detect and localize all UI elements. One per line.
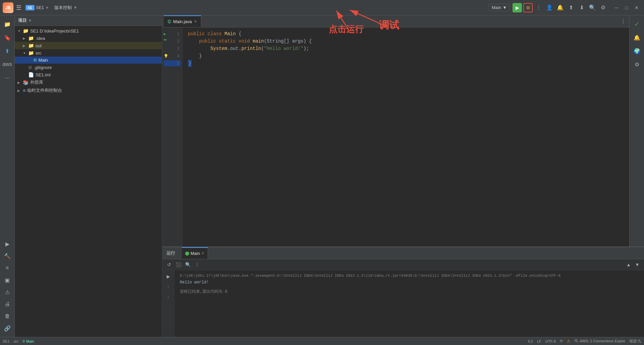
sidebar-terminal-icon[interactable]: ≡ xyxy=(1,262,13,274)
aws-status[interactable]: 🔌 AWS: 2 Connections Expire xyxy=(574,339,625,343)
bl-up-icon[interactable]: ↑ xyxy=(164,282,173,291)
code-content[interactable]: public class Main { public static void m… xyxy=(182,27,629,247)
tree-item-libraries[interactable]: ▶ 📚 外部库 xyxy=(15,78,162,86)
tab-close-button[interactable]: ✕ xyxy=(194,19,197,24)
paren-close: ) xyxy=(304,38,306,45)
rs-earth-icon[interactable]: 🌍 xyxy=(631,45,643,57)
indent-info[interactable]: 缩进:九 xyxy=(629,339,641,344)
bottom-scroll-area: ▶ ↑ ↓ D:\jdk\jdk1.17\jdk\bin\java.exe "-… xyxy=(162,270,644,337)
sidebar-git-bottom-icon[interactable]: 🖨 xyxy=(1,298,13,310)
sidebar-bookmarks-icon[interactable]: 🔖 xyxy=(1,31,13,44)
tree-item-label: Main xyxy=(39,58,48,63)
param-name: args xyxy=(292,38,304,45)
bl-down-icon[interactable]: ↓ xyxy=(164,292,173,301)
run-gutter-btn-2[interactable]: ▶▶ xyxy=(164,38,167,41)
sidebar-build-icon[interactable]: 🔨 xyxy=(1,250,13,262)
rs-check-icon[interactable]: ✓ xyxy=(631,18,643,30)
hamburger-menu[interactable]: ☰ xyxy=(16,4,21,11)
tree-item-main[interactable]: © Main xyxy=(15,57,162,64)
sidebar-problems-icon[interactable]: ⚠ xyxy=(1,286,13,298)
tree-item-out[interactable]: ▶ 📁 out xyxy=(15,42,162,49)
iml-icon: 📄 xyxy=(28,72,34,77)
code-gutter: ▶ 1 ▶▶ 2 3 💡 4 xyxy=(162,27,182,247)
sidebar-output-icon[interactable]: ▣ xyxy=(1,274,13,286)
tree-arrow: ▶ xyxy=(23,37,28,40)
tree-item-iml[interactable]: 📄 SE1.iml xyxy=(15,71,162,78)
breadcrumb-se1[interactable]: SE1 xyxy=(3,339,10,343)
encoding[interactable]: UTF-8 xyxy=(545,339,556,343)
sidebar-trash-icon[interactable]: 🗑 xyxy=(1,310,13,322)
close-button[interactable]: ✕ xyxy=(632,3,641,12)
sidebar-git-icon[interactable]: ⬆ xyxy=(1,45,13,57)
code-editor[interactable]: ▶ 1 ▶▶ 2 3 💡 4 xyxy=(162,27,629,247)
tree-item-gitignore[interactable]: ⊘ .gitignore xyxy=(15,64,162,71)
bulb-icon[interactable]: 💡 xyxy=(164,54,168,58)
more-options-button[interactable]: ⋮ xyxy=(534,3,543,12)
update-button[interactable]: 🔔 xyxy=(555,3,565,12)
tree-item-root[interactable]: ▼ 📁 SE1 D:\IdeaProjects\SE1 xyxy=(15,27,162,34)
code-line-2: public static void main ( String [] args… xyxy=(188,38,624,45)
search-button[interactable]: 🔍 xyxy=(588,3,597,12)
class-name: Main xyxy=(224,30,236,38)
sidebar-bookmark-bottom-icon[interactable]: 🔗 xyxy=(1,322,13,334)
line-ending[interactable]: LF xyxy=(537,339,541,343)
editor-more-button[interactable]: ⋮ xyxy=(619,17,628,26)
debug-button[interactable]: ⚙ xyxy=(523,3,533,12)
left-sidebar: 📁 🔖 ⬆ aws ⋯ ▶ 🔨 ≡ ▣ ⚠ 🖨 🗑 🔗 xyxy=(0,15,15,337)
rs-notification-icon[interactable]: 🔔 xyxy=(631,31,643,44)
code-line-4: } xyxy=(188,52,624,60)
run-gutter-btn-1[interactable]: ▶ xyxy=(164,32,166,36)
filter-icon[interactable]: 🔍 xyxy=(184,261,192,269)
bl-run-icon[interactable]: ▶ xyxy=(164,272,173,281)
profile-button[interactable]: 👤 xyxy=(545,3,554,12)
maximize-button[interactable]: □ xyxy=(622,3,631,12)
git-push-button[interactable]: ⬆ xyxy=(566,3,576,12)
tree-item-scratch[interactable]: ▶ ≡ 临时文件和控制台 xyxy=(15,86,162,94)
warning-icon[interactable]: ⚠ xyxy=(567,339,570,343)
bottom-tab-close[interactable]: ✕ xyxy=(201,251,204,256)
scroll-up-icon[interactable]: ▲ xyxy=(625,261,633,269)
gitignore-icon: ⊘ xyxy=(28,65,32,70)
dot-1: . xyxy=(227,45,230,52)
editor-tab-main[interactable]: © Main.java ✕ xyxy=(164,15,201,27)
tree-arrow: ▶ xyxy=(17,81,23,84)
restart-icon[interactable]: ↺ xyxy=(165,261,173,269)
sidebar-run-icon[interactable]: ▶ xyxy=(1,238,13,250)
stop-icon[interactable]: ⬛ xyxy=(174,261,182,269)
string-literal: "Hello world!" xyxy=(264,45,304,52)
run-config-selector[interactable]: Main ▼ xyxy=(489,4,510,11)
bottom-tab-main[interactable]: Main ✕ xyxy=(182,247,208,259)
tree-item-src[interactable]: ▼ 📁 src xyxy=(15,49,162,57)
rs-settings-icon[interactable]: ⚙ xyxy=(631,58,643,70)
cursor-position[interactable]: 5:2 xyxy=(528,339,533,343)
project-tree: ▼ 📁 SE1 D:\IdeaProjects\SE1 ▶ 📁 .idea ▶ … xyxy=(15,26,162,337)
gutter-line-2: ▶▶ 2 xyxy=(162,38,182,45)
folder-icon: 📁 xyxy=(28,36,34,41)
run-button[interactable]: ▶ xyxy=(513,3,522,12)
sidebar-more-icon[interactable]: ⋯ xyxy=(1,72,13,84)
paren-open-2: ( xyxy=(261,45,264,52)
vcs-label[interactable]: 版本控制 xyxy=(54,5,72,11)
sidebar-aws-icon[interactable]: aws xyxy=(1,58,13,70)
code-line-5: } xyxy=(188,60,624,67)
breadcrumb-main[interactable]: © Main xyxy=(22,339,34,343)
sidebar-folder-icon[interactable]: 📁 xyxy=(1,18,13,30)
kw-void: void xyxy=(238,38,250,45)
git-pull-button[interactable]: ⬇ xyxy=(577,3,586,12)
project-panel-header[interactable]: 项目 ▼ xyxy=(15,15,162,26)
minimize-button[interactable]: ─ xyxy=(612,3,621,12)
sync-icon[interactable]: ⟳ xyxy=(560,339,563,343)
settings-button[interactable]: ⚙ xyxy=(598,3,608,12)
out-field: out xyxy=(230,45,238,52)
kw-static: static xyxy=(219,38,235,45)
toolbar-more-icon[interactable]: ⋮ xyxy=(193,261,201,269)
scroll-down-icon[interactable]: ▼ xyxy=(633,261,641,269)
gutter-line-3: 3 xyxy=(162,45,182,52)
java-file-icon: © xyxy=(34,58,37,63)
tree-item-label: out xyxy=(36,43,42,48)
tree-item-label: 外部库 xyxy=(30,79,43,85)
tree-item-idea[interactable]: ▶ 📁 .idea xyxy=(15,34,162,42)
breadcrumb-src[interactable]: src xyxy=(13,339,18,343)
run-label[interactable]: 运行 xyxy=(165,250,176,256)
tree-item-label: SE1.iml xyxy=(36,72,51,77)
